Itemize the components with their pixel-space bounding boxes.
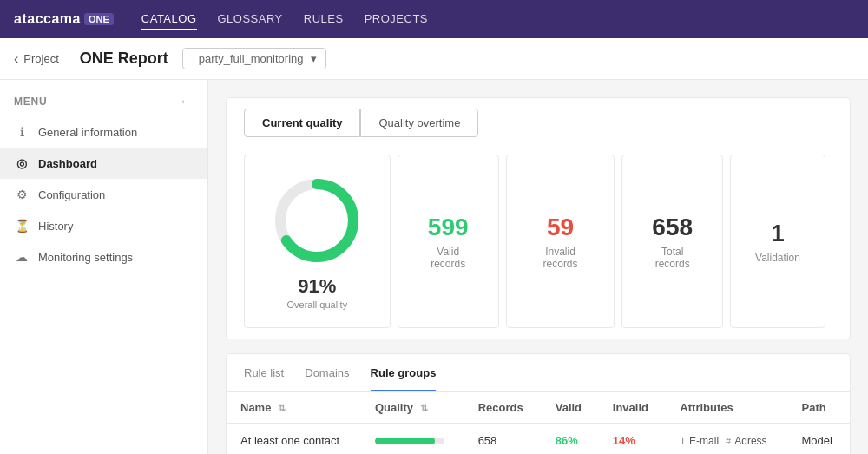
logo-text: ataccama xyxy=(14,11,81,27)
total-records-label: Total records xyxy=(643,246,701,270)
invalid-records-label: Invalid records xyxy=(528,246,594,270)
dashboard-icon: ◎ xyxy=(14,155,30,171)
history-icon: ⏳ xyxy=(14,218,30,234)
quality-bar-container xyxy=(375,438,444,444)
total-records-value: 658 xyxy=(652,213,693,242)
nav-item-projects[interactable]: PROJECTS xyxy=(365,9,428,30)
stat-total-records: 658 Total records xyxy=(621,155,723,328)
collapse-icon[interactable]: ← xyxy=(179,94,194,109)
quality-panel: Current quality Quality overtime 91% Ove… xyxy=(226,97,851,339)
sidebar-item-configuration[interactable]: ⚙ Configuration xyxy=(0,179,207,210)
col-header-records: Records xyxy=(464,392,542,424)
cell-invalid: 14% xyxy=(599,424,667,455)
sidebar-label-configuration: Configuration xyxy=(38,188,105,201)
col-header-name: Name ⇅ xyxy=(227,392,361,424)
cell-name: At least one contact xyxy=(227,424,361,455)
stats-row: 91% Overall quality 599 Valid records 59… xyxy=(244,155,832,328)
back-label: Project xyxy=(23,52,58,65)
hash-icon: # xyxy=(726,436,731,446)
back-link[interactable]: ‹ Project xyxy=(14,51,59,67)
valid-records-label: Valid records xyxy=(419,246,477,270)
sidebar-label-history: History xyxy=(38,220,73,233)
back-arrow-icon: ‹ xyxy=(14,51,18,67)
col-header-quality: Quality ⇅ xyxy=(361,392,464,424)
sort-icon-quality: ⇅ xyxy=(420,403,428,414)
cell-attributes: T E-mail # Adress xyxy=(666,424,787,455)
stat-invalid-records: 59 Invalid records xyxy=(506,155,615,328)
invalid-records-value: 59 xyxy=(547,213,574,242)
valid-records-value: 599 xyxy=(428,213,469,242)
logo: ataccama ONE xyxy=(14,11,114,27)
table-section: Rule list Domains Rule groups Name ⇅ Qua… xyxy=(226,353,851,454)
content-area: Current quality Quality overtime 91% Ove… xyxy=(208,80,868,454)
validation-value: 1 xyxy=(771,219,785,248)
quality-bar-fill xyxy=(375,438,435,444)
sidebar: MENU ← ℹ General information ◎ Dashboard… xyxy=(0,80,208,454)
cell-path: Model xyxy=(788,424,851,455)
sidebar-item-monitoring-settings[interactable]: ☁ Monitoring settings xyxy=(0,241,207,273)
donut-sublabel: Overall quality xyxy=(286,299,347,310)
attr-tags: T E-mail # Adress xyxy=(680,435,773,447)
logo-badge: ONE xyxy=(84,13,114,25)
nav-item-catalog[interactable]: CATALOG xyxy=(141,9,197,30)
nav-item-rules[interactable]: RULES xyxy=(304,9,344,30)
sidebar-label-general: General information xyxy=(38,126,137,139)
sort-icon-name: ⇅ xyxy=(278,403,286,414)
sub-header: ‹ Project ONE Report party_full_monitori… xyxy=(0,38,868,80)
cell-quality xyxy=(361,424,464,455)
sidebar-item-history[interactable]: ⏳ History xyxy=(0,210,207,241)
table-tab-domains[interactable]: Domains xyxy=(305,366,349,391)
gear-icon: ⚙ xyxy=(14,187,30,202)
donut-chart-container: 91% Overall quality xyxy=(244,155,391,328)
chevron-down-icon: ▾ xyxy=(311,52,317,65)
menu-label: MENU xyxy=(14,95,48,108)
col-header-invalid: Invalid xyxy=(599,392,667,424)
sidebar-menu-header: MENU ← xyxy=(0,87,207,116)
attr-tag-email: T E-mail xyxy=(680,435,719,447)
col-header-valid: Valid xyxy=(542,392,599,424)
nav-items: CATALOG GLOSSARY RULES PROJECTS xyxy=(141,9,428,30)
cloud-icon: ☁ xyxy=(14,249,30,265)
sidebar-item-general-information[interactable]: ℹ General information xyxy=(0,116,207,148)
sidebar-label-monitoring: Monitoring settings xyxy=(38,251,133,264)
table-tab-rule-list[interactable]: Rule list xyxy=(244,366,284,391)
col-header-attributes: Attributes xyxy=(666,392,787,424)
validation-label: Validation xyxy=(755,252,800,264)
attr-label-address: Adress xyxy=(734,435,766,447)
col-header-path: Path xyxy=(788,392,851,424)
stat-validation: 1 Validation xyxy=(730,155,825,328)
attr-label-email: E-mail xyxy=(689,435,719,447)
page-title: ONE Report xyxy=(80,49,168,68)
stat-valid-records: 599 Valid records xyxy=(398,155,499,328)
sidebar-item-dashboard[interactable]: ◎ Dashboard xyxy=(0,148,207,179)
text-icon: T xyxy=(680,436,686,446)
dropdown-value: party_full_monitoring xyxy=(199,52,304,65)
project-dropdown[interactable]: party_full_monitoring ▾ xyxy=(182,48,326,69)
tab-current-quality[interactable]: Current quality xyxy=(244,109,360,137)
donut-label: 91% Overall quality xyxy=(286,275,347,310)
cell-records: 658 xyxy=(464,424,542,455)
top-nav: ataccama ONE CATALOG GLOSSARY RULES PROJ… xyxy=(0,0,868,38)
table-tabs-row: Rule list Domains Rule groups xyxy=(227,354,850,392)
cell-valid: 86% xyxy=(542,424,599,455)
nav-item-glossary[interactable]: GLOSSARY xyxy=(218,9,283,30)
table-header-row: Name ⇅ Quality ⇅ Records Valid xyxy=(227,392,850,424)
sidebar-label-dashboard: Dashboard xyxy=(38,157,97,170)
rule-groups-table: Name ⇅ Quality ⇅ Records Valid xyxy=(227,392,850,454)
attr-tag-address: # Adress xyxy=(726,435,766,447)
donut-chart xyxy=(269,173,365,268)
main-layout: MENU ← ℹ General information ◎ Dashboard… xyxy=(0,80,868,454)
table-row: At least one contact 658 86% 14% xyxy=(227,424,850,455)
table-tab-rule-groups[interactable]: Rule groups xyxy=(371,366,437,391)
info-icon: ℹ xyxy=(14,124,30,140)
quality-tabs: Current quality Quality overtime xyxy=(244,109,832,137)
donut-percent: 91% xyxy=(286,275,347,298)
tab-quality-overtime[interactable]: Quality overtime xyxy=(360,109,478,137)
